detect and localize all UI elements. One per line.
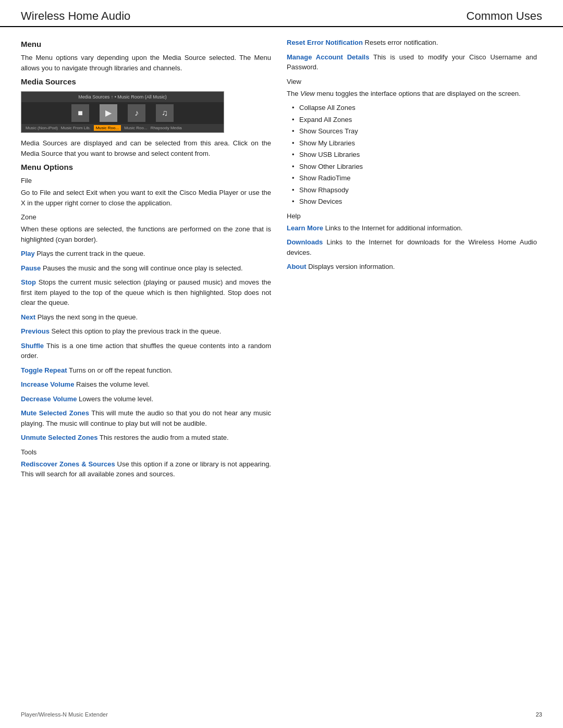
menu-options-heading: Menu Options xyxy=(21,163,271,171)
media-sources-heading: Media Sources xyxy=(21,77,271,86)
bullet-show-rhapsody: Show Rhapsody xyxy=(292,185,537,195)
entry-manage-account-kw: Manage Account Details xyxy=(287,53,369,61)
entry-learn-more: Learn More Links to the Internet for add… xyxy=(287,223,537,233)
media-icon-4: ♫ xyxy=(156,104,174,122)
file-body: Go to File and select Exit when you want… xyxy=(21,188,271,208)
entry-reset-error-text: Resets error notification. xyxy=(363,39,438,46)
media-label-1: Music (Non-iPod) xyxy=(26,126,58,130)
entry-learn-more-text: Links to the Internet for additional inf… xyxy=(323,224,462,232)
entry-unmute: Unmute Selected Zones This restores the … xyxy=(21,433,271,443)
entry-rediscover: Rediscover Zones & Sources Use this opti… xyxy=(21,459,271,479)
entry-decrease-volume-text: Lowers the volume level. xyxy=(77,395,153,403)
menu-heading: Menu xyxy=(21,40,271,48)
entry-play: Play Plays the current track in the queu… xyxy=(21,249,271,259)
menu-intro: The Menu options vary depending upon the… xyxy=(21,53,271,73)
entry-rediscover-kw: Rediscover Zones & Sources xyxy=(21,460,115,468)
zone-heading: Zone xyxy=(21,213,271,221)
media-label-4: Music Roo... xyxy=(124,126,147,130)
media-label-5: Rhapsody Media xyxy=(151,126,182,130)
entry-previous: Previous Select this option to play the … xyxy=(21,326,271,337)
media-img-icons: ■ ▶ ♪ ♫ xyxy=(21,102,224,124)
entry-shuffle-text: This is a one time action that shuffles … xyxy=(21,342,271,360)
media-img-labels: Music (Non-iPod) Music From Lib. Music R… xyxy=(21,124,224,132)
entry-downloads-text: Links to the Internet for downloads for … xyxy=(287,238,537,256)
media-icon-2: ▶ xyxy=(100,104,117,122)
entry-mute: Mute Selected Zones This will mute the a… xyxy=(21,408,271,428)
file-heading: File xyxy=(21,177,271,184)
entry-play-kw: Play xyxy=(21,250,35,257)
header-title-left: Wireless Home Audio xyxy=(21,9,130,23)
entry-downloads-kw: Downloads xyxy=(287,238,323,246)
entry-unmute-text: This restores the audio from a muted sta… xyxy=(97,434,228,441)
footer-page-number: 23 xyxy=(536,711,542,718)
media-label-3: Music Roo... xyxy=(94,125,121,131)
media-sources-body: Media Sources are displayed and can be s… xyxy=(21,138,271,158)
zone-body: When these options are selected, the fun… xyxy=(21,224,271,244)
bullet-collapse-zones: Collapse All Zones xyxy=(292,103,537,113)
entry-about: About Displays version information. xyxy=(287,262,537,272)
right-column: Reset Error Notification Resets error no… xyxy=(287,38,537,484)
entry-stop-kw: Stop xyxy=(21,278,36,286)
entry-decrease-volume: Decrease Volume Lowers the volume level. xyxy=(21,394,271,404)
bullet-show-other-libraries: Show Other Libraries xyxy=(292,162,537,172)
bullet-show-radiotime: Show RadioTime xyxy=(292,173,537,183)
media-icon-1: ■ xyxy=(71,104,89,122)
entry-manage-account: Manage Account Details This is used to m… xyxy=(287,52,537,72)
entry-shuffle-kw: Shuffle xyxy=(21,342,44,350)
content-area: Menu The Menu options vary depending upo… xyxy=(0,27,563,499)
bullet-show-my-libraries: Show My Libraries xyxy=(292,138,537,149)
bullet-show-sources-tray: Show Sources Tray xyxy=(292,126,537,137)
entry-toggle-repeat-kw: Toggle Repeat xyxy=(21,366,67,374)
help-heading: Help xyxy=(287,212,537,220)
page-footer: Player/Wireless-N Music Extender 23 xyxy=(21,711,542,718)
bullet-expand-zones: Expand All Zones xyxy=(292,115,537,125)
entry-next-kw: Next xyxy=(21,313,35,321)
zone-entries: Play Plays the current track in the queu… xyxy=(21,249,271,443)
entry-shuffle: Shuffle This is a one time action that s… xyxy=(21,341,271,361)
media-icon-3: ♪ xyxy=(128,104,145,122)
entry-pause: Pause Pauses the music and the song will… xyxy=(21,263,271,274)
page-container: Wireless Home Audio Common Uses Menu The… xyxy=(0,0,563,728)
bullet-show-devices: Show Devices xyxy=(292,196,537,207)
entry-reset-error: Reset Error Notification Resets error no… xyxy=(287,38,537,48)
entry-previous-kw: Previous xyxy=(21,327,50,335)
entry-about-text: Displays version information. xyxy=(307,263,395,270)
entry-next: Next Plays the next song in the queue. xyxy=(21,312,271,323)
tools-heading: Tools xyxy=(21,448,271,456)
entry-toggle-repeat: Toggle Repeat Turns on or off the repeat… xyxy=(21,365,271,376)
entry-pause-kw: Pause xyxy=(21,264,41,272)
entry-increase-volume-text: Raises the volume level. xyxy=(74,380,150,388)
media-img-top-bar: Media Sources ↑ • Music Room (All Music) xyxy=(21,92,224,102)
view-bullet-list: Collapse All Zones Expand All Zones Show… xyxy=(292,103,537,207)
entry-previous-text: Select this option to play the previous … xyxy=(50,327,222,335)
media-label-2: Music From Lib. xyxy=(61,126,91,130)
footer-left-text: Player/Wireless-N Music Extender xyxy=(21,711,108,718)
entry-learn-more-kw: Learn More xyxy=(287,224,323,232)
entry-pause-text: Pauses the music and the song will conti… xyxy=(41,264,242,272)
entry-mute-kw: Mute Selected Zones xyxy=(21,409,89,417)
entry-about-kw: About xyxy=(287,263,307,270)
left-column: Menu The Menu options vary depending upo… xyxy=(21,38,271,484)
entry-increase-volume-kw: Increase Volume xyxy=(21,380,74,388)
bullet-show-usb-libraries: Show USB Libraries xyxy=(292,150,537,160)
entry-stop: Stop Stops the current music selection (… xyxy=(21,277,271,308)
entry-decrease-volume-kw: Decrease Volume xyxy=(21,395,77,403)
media-img-top-label: Media Sources ↑ • Music Room (All Music) xyxy=(78,94,167,100)
entry-reset-error-kw: Reset Error Notification xyxy=(287,39,363,46)
entry-stop-text: Stops the current music selection (playi… xyxy=(21,278,271,306)
entry-increase-volume: Increase Volume Raises the volume level. xyxy=(21,379,271,390)
entry-downloads: Downloads Links to the Internet for down… xyxy=(287,237,537,257)
entry-next-text: Plays the next song in the queue. xyxy=(35,313,138,321)
page-header: Wireless Home Audio Common Uses xyxy=(0,0,563,27)
view-heading: View xyxy=(287,78,537,85)
view-body: The View menu toggles the interface opti… xyxy=(287,89,537,99)
entry-unmute-kw: Unmute Selected Zones xyxy=(21,434,97,441)
entry-play-text: Plays the current track in the queue. xyxy=(35,250,145,257)
entry-toggle-repeat-text: Turns on or off the repeat function. xyxy=(67,366,173,374)
header-title-right: Common Uses xyxy=(467,9,542,23)
media-sources-image: Media Sources ↑ • Music Room (All Music)… xyxy=(21,91,224,133)
